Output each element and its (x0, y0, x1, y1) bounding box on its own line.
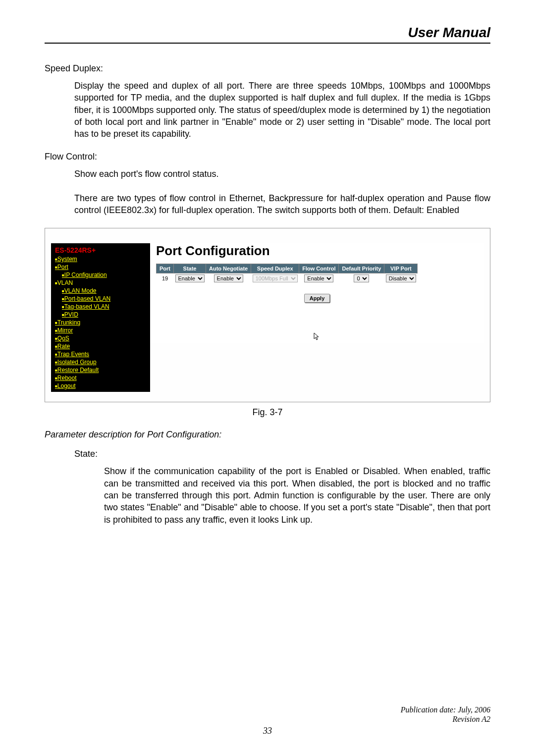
page-footer: Publication date: July, 2006 Revision A2… (45, 705, 490, 736)
sidebar-item-port[interactable]: ■Port (51, 263, 150, 271)
table-row: 19 Enable Enable 100Mbps Full Enable 0 D… (157, 273, 418, 284)
sidebar-item-mirror[interactable]: ■Mirror (51, 326, 150, 334)
sidebar-item-isolated-group[interactable]: ■Isolated Group (51, 358, 150, 366)
flow-control-body2: There are two types of flow control in E… (74, 192, 490, 216)
header-title: User Manual (408, 25, 491, 40)
page-number: 33 (45, 726, 490, 736)
page-title: Port Configuration (156, 243, 478, 259)
speed-duplex-body: Display the speed and duplex of all port… (74, 80, 490, 140)
th-default-priority: Default Priority (339, 264, 384, 273)
cell-port: 19 (162, 275, 168, 281)
product-name: ES-5224RS+ (51, 245, 150, 255)
sidebar-item-system[interactable]: ■System (51, 255, 150, 263)
th-vip-port: VIP Port (384, 264, 418, 273)
sidebar-item-pvid[interactable]: ■PVID (51, 311, 150, 319)
th-auto-negotiate: Auto Negotiate (206, 264, 251, 273)
screenshot-figure: ES-5224RS+ ■System ■Port ■IP Configurati… (45, 228, 490, 402)
sidebar-item-trap-events[interactable]: ■Trap Events (51, 350, 150, 358)
port-config-table: Port State Auto Negotiate Speed Duplex F… (156, 264, 418, 283)
auto-negotiate-select[interactable]: Enable (214, 274, 243, 282)
vip-port-select[interactable]: Disable (386, 274, 416, 282)
revision: Revision A2 (45, 714, 490, 724)
th-speed-duplex: Speed Duplex (251, 264, 299, 273)
page-header: User Manual (45, 25, 490, 44)
sidebar-item-restore-default[interactable]: ■Restore Default (51, 366, 150, 374)
publication-date: Publication date: July, 2006 (45, 705, 490, 714)
sidebar-item-qos[interactable]: ■QoS (51, 334, 150, 342)
sidebar-item-trunking[interactable]: ■Trunking (51, 319, 150, 326)
flow-control-label: Flow Control: (45, 152, 490, 162)
speed-duplex-select[interactable]: 100Mbps Full (253, 274, 298, 282)
state-label: State: (74, 449, 490, 459)
speed-duplex-label: Speed Duplex: (45, 63, 490, 74)
apply-button[interactable]: Apply (304, 294, 330, 303)
sidebar-item-ip-config[interactable]: ■IP Configuration (51, 271, 150, 279)
th-state: State (174, 264, 206, 273)
sidebar-item-port-based-vlan[interactable]: ■Port-based VLAN (51, 295, 150, 303)
th-flow-control: Flow Control (299, 264, 339, 273)
state-body: Show if the communication capability of … (104, 465, 490, 525)
default-priority-select[interactable]: 0 (354, 274, 369, 282)
sidebar-item-reboot[interactable]: ■Reboot (51, 374, 150, 382)
sidebar-item-vlan: ■VLAN (51, 279, 150, 287)
th-port: Port (157, 264, 174, 273)
flow-control-body1: Show each port's flow control status. (74, 168, 490, 180)
sidebar-item-tag-based-vlan[interactable]: ■Tag-based VLAN (51, 303, 150, 311)
sidebar-item-logout[interactable]: ■Logout (51, 382, 150, 390)
sidebar: ES-5224RS+ ■System ■Port ■IP Configurati… (51, 243, 150, 392)
param-desc-title: Parameter description for Port Configura… (45, 430, 490, 440)
figure-caption: Fig. 3-7 (45, 407, 490, 418)
flow-control-select[interactable]: Enable (304, 274, 333, 282)
table-header-row: Port State Auto Negotiate Speed Duplex F… (157, 264, 418, 273)
state-select[interactable]: Enable (175, 274, 205, 282)
sidebar-item-vlan-mode[interactable]: ■VLAN Mode (51, 287, 150, 295)
content-area: Port Configuration Port State Auto Negot… (150, 243, 484, 343)
sidebar-item-rate[interactable]: ■Rate (51, 342, 150, 350)
cursor-icon (156, 332, 478, 343)
